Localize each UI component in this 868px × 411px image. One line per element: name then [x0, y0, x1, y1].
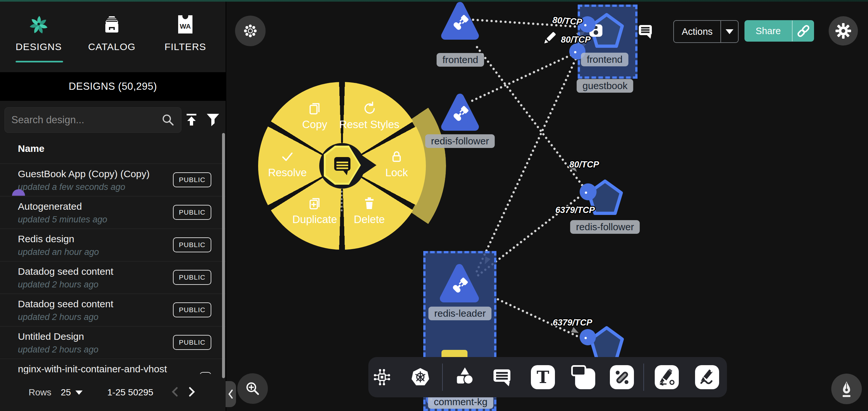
- design-name: GuestBook App (Copy) (Copy): [18, 169, 150, 179]
- cluster-snowflake-button[interactable]: [235, 16, 266, 46]
- design-row[interactable]: Autogenerated updated 5 minutes ago PUBL…: [0, 196, 226, 229]
- rows-per-page-select[interactable]: 25: [61, 387, 83, 398]
- design-updated: updated 5 minutes ago: [18, 215, 107, 225]
- visibility-badge: PUBLIC: [173, 335, 211, 350]
- link-icon: [796, 24, 810, 38]
- filter-funnel-icon[interactable]: [206, 113, 220, 129]
- tab-designs[interactable]: DESIGNS: [9, 11, 68, 52]
- kubernetes-tool[interactable]: [408, 365, 433, 389]
- actions-dropdown-toggle[interactable]: [721, 29, 738, 34]
- edge-redis-leader-guestbook: [475, 58, 577, 273]
- port-protocol-label: 80/TCP: [569, 160, 599, 170]
- design-row[interactable]: Untitled Design updated 2 hours ago PUBL…: [0, 326, 226, 359]
- freehand-pen-tool[interactable]: [695, 365, 719, 389]
- note-tool-icon: [571, 365, 595, 389]
- node-label: redis-follower: [570, 220, 640, 234]
- visibility-badge: PUBLIC: [173, 270, 211, 285]
- prev-page-button[interactable]: [170, 385, 181, 400]
- radial-item-delete[interactable]: Delete: [330, 196, 408, 226]
- gear-icon: [835, 23, 852, 39]
- design-name: Redis design: [18, 233, 74, 244]
- visibility-badge: PUBLIC: [173, 302, 211, 317]
- tab-filters[interactable]: WA FILTERS: [156, 11, 215, 52]
- duplicate-icon: [307, 196, 322, 211]
- design-row[interactable]: Datadog seed content updated 2 hours ago…: [0, 261, 226, 294]
- share-button[interactable]: Share: [744, 20, 814, 41]
- share-button-label: Share: [744, 26, 792, 36]
- tab-designs-label: DESIGNS: [16, 41, 62, 52]
- design-list: GuestBook App (Copy) (Copy) updated a fe…: [0, 164, 226, 391]
- edge-pen-icon: [655, 365, 679, 389]
- comment-icon[interactable]: [638, 24, 652, 40]
- actions-button-label: Actions: [674, 26, 720, 37]
- visibility-badge: PUBLIC: [173, 205, 211, 220]
- design-updated: updated 2 hours ago: [18, 280, 98, 290]
- kubernetes-icon: [410, 367, 431, 387]
- rows-per-page-label: Rows: [29, 387, 51, 398]
- search-icon: [161, 113, 181, 127]
- designs-sidebar: DESIGNS CATALOG: [0, 0, 226, 411]
- upload-design-icon[interactable]: [184, 113, 199, 130]
- components-tool[interactable]: [370, 365, 394, 389]
- tab-catalog[interactable]: CATALOG: [83, 11, 141, 52]
- copy-link-button[interactable]: [793, 24, 814, 38]
- port-protocol-label: 80/TCP: [561, 35, 591, 45]
- link-tool-icon: [610, 365, 634, 389]
- shapes-tool[interactable]: [452, 365, 476, 389]
- node-label: guestbook: [577, 79, 633, 93]
- resolve-check-icon: [280, 149, 295, 165]
- design-updated: updated an hour ago: [18, 247, 99, 257]
- sidebar-collapse-handle[interactable]: [226, 381, 236, 407]
- svg-text:T: T: [537, 367, 550, 387]
- chevron-down-icon: [725, 29, 734, 34]
- visibility-badge: PUBLIC: [173, 172, 211, 187]
- node-label: redis-follower: [425, 134, 495, 148]
- text-tool-icon: T: [531, 365, 555, 389]
- edge-pen-tool[interactable]: [654, 365, 679, 389]
- comment-tool[interactable]: [490, 365, 514, 389]
- frontend-service-triangle[interactable]: [441, 1, 479, 41]
- link-tool[interactable]: [610, 365, 634, 389]
- node-label: frontend: [437, 53, 484, 67]
- pen-nib-icon: [838, 380, 855, 398]
- design-updated: updated 2 hours ago: [18, 312, 98, 322]
- text-tool[interactable]: T: [531, 365, 555, 389]
- radial-item-label: Resolve: [268, 167, 307, 179]
- radial-item-resolve[interactable]: Resolve: [248, 149, 327, 179]
- actions-button[interactable]: Actions: [673, 20, 739, 43]
- note-tool[interactable]: [571, 365, 596, 389]
- design-row[interactable]: Datadog seed content updated 2 hours ago…: [0, 294, 226, 326]
- next-page-button[interactable]: [186, 385, 197, 400]
- redis-follower-service-triangle[interactable]: [441, 93, 479, 132]
- window-top-accent: [0, 0, 868, 2]
- settings-button[interactable]: [829, 16, 858, 46]
- comment-tool-icon: [492, 368, 512, 387]
- port-redis-follower[interactable]: [580, 183, 596, 200]
- pen-tool-button[interactable]: [831, 374, 862, 404]
- node-label: frontend: [581, 53, 628, 66]
- list-scrollbar[interactable]: [222, 133, 225, 378]
- redis-leader-triangle[interactable]: [440, 263, 479, 304]
- zoom-in-button[interactable]: [237, 373, 268, 404]
- design-name: Untitled Design: [18, 331, 84, 342]
- design-name: Datadog seed content: [18, 298, 114, 310]
- radial-item-label: Delete: [354, 213, 384, 226]
- design-row[interactable]: Redis design updated an hour ago PUBLIC: [0, 229, 226, 261]
- redis-leader-pentagon[interactable]: [589, 325, 624, 361]
- port-redis-leader[interactable]: [580, 329, 596, 345]
- column-header-name: Name: [18, 143, 44, 154]
- edit-pencil-icon[interactable]: [541, 30, 558, 48]
- radial-item-lock[interactable]: Lock: [358, 149, 436, 179]
- radial-item-reset-styles[interactable]: Reset Styles: [330, 101, 408, 131]
- port-protocol-label: 6379/TCP: [553, 318, 592, 328]
- design-search-box[interactable]: [5, 107, 181, 133]
- shapes-icon: [453, 367, 475, 388]
- freehand-pen-icon: [695, 365, 719, 389]
- chevron-left-icon: [227, 389, 234, 399]
- design-row[interactable]: GuestBook App (Copy) (Copy) updated a fe…: [0, 164, 226, 196]
- wasm-filter-icon: WA: [176, 11, 194, 37]
- pagination-bar: Rows 25 1-25 50295: [0, 374, 226, 411]
- rows-per-page-value: 25: [61, 387, 71, 398]
- svg-text:WA: WA: [180, 23, 191, 30]
- search-input[interactable]: [5, 114, 161, 126]
